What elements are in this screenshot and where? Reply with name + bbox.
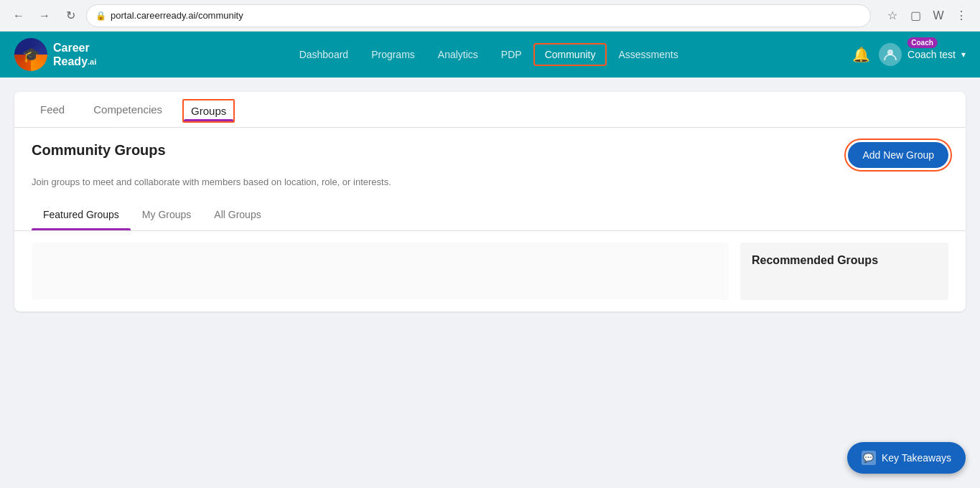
browser-chrome: ← → ↻ 🔒 portal.careerready.ai/community … (0, 0, 980, 32)
menu-button[interactable]: ⋮ (951, 6, 971, 26)
sidebar-button[interactable]: ▢ (905, 6, 925, 26)
nav-link-dashboard[interactable]: Dashboard (288, 43, 360, 66)
notifications-bell[interactable]: 🔔 (852, 46, 870, 63)
user-avatar-icon (879, 43, 902, 66)
bookmark-button[interactable]: ☆ (882, 6, 902, 26)
group-tab-my[interactable]: My Groups (131, 199, 202, 230)
group-tab-all[interactable]: All Groups (202, 199, 272, 230)
user-dropdown-arrow: ▾ (961, 50, 966, 60)
address-bar[interactable]: 🔒 portal.careerready.ai/community (86, 4, 871, 27)
logo-icon: 🎓 (14, 38, 47, 71)
main-card: Feed Competencies Groups Community Group… (14, 92, 966, 311)
nav-right: 🔔 Coach Coach test ▾ (852, 43, 966, 66)
groups-header: Community Groups Add New Group (14, 128, 966, 174)
url-text: portal.careerready.ai/community (111, 10, 243, 21)
groups-title-area: Community Groups (32, 142, 166, 159)
logo-ready: Ready.ai (53, 55, 96, 68)
page-tabs-row: Feed Competencies Groups (14, 92, 966, 128)
key-takeaways-icon: 💬 (862, 451, 876, 465)
tab-groups[interactable]: Groups (182, 99, 235, 123)
group-tab-featured[interactable]: Featured Groups (32, 199, 131, 230)
tab-feed[interactable]: Feed (32, 92, 73, 127)
add-new-group-button[interactable]: Add New Group (848, 142, 948, 168)
logo-area[interactable]: 🎓 Career Ready.ai (14, 38, 96, 71)
user-name: Coach test (907, 49, 956, 60)
forward-button[interactable]: → (34, 6, 55, 26)
reload-button[interactable]: ↻ (60, 6, 80, 26)
logo-career: Career (53, 41, 96, 55)
groups-content: Recommended Groups (14, 231, 966, 311)
nav-link-assessments[interactable]: Assessments (607, 43, 689, 66)
recommended-groups-panel: Recommended Groups (740, 243, 948, 300)
logo-ai: .ai (88, 57, 96, 66)
nav-link-pdp[interactable]: PDP (490, 43, 533, 66)
nav-link-analytics[interactable]: Analytics (426, 43, 490, 66)
main-content: Feed Competencies Groups Community Group… (0, 78, 980, 488)
featured-groups-list (32, 243, 729, 300)
key-takeaways-button[interactable]: 💬 Key Takeaways (847, 442, 966, 474)
back-button[interactable]: ← (9, 6, 29, 26)
coach-badge: Coach (907, 37, 938, 48)
tab-competencies[interactable]: Competencies (85, 92, 171, 127)
groups-subtitle: Join groups to meet and collaborate with… (14, 174, 966, 199)
lock-icon: 🔒 (95, 11, 106, 21)
key-takeaways-label: Key Takeaways (882, 452, 951, 464)
browser-actions: ☆ ▢ W ⋮ (882, 6, 971, 26)
profile-button[interactable]: W (928, 6, 948, 26)
group-filter-tabs: Featured Groups My Groups All Groups (14, 199, 966, 231)
logo-text: Career Ready.ai (53, 41, 96, 68)
app-navbar: 🎓 Career Ready.ai DashboardProgramsAnaly… (0, 32, 980, 78)
nav-user-wrapper: Coach Coach test ▾ (879, 43, 966, 66)
nav-link-programs[interactable]: Programs (360, 43, 426, 66)
nav-links: DashboardProgramsAnalyticsPDPCommunityAs… (125, 43, 852, 66)
groups-title: Community Groups (32, 142, 166, 159)
recommended-groups-title: Recommended Groups (752, 254, 937, 267)
nav-link-community[interactable]: Community (533, 43, 607, 66)
